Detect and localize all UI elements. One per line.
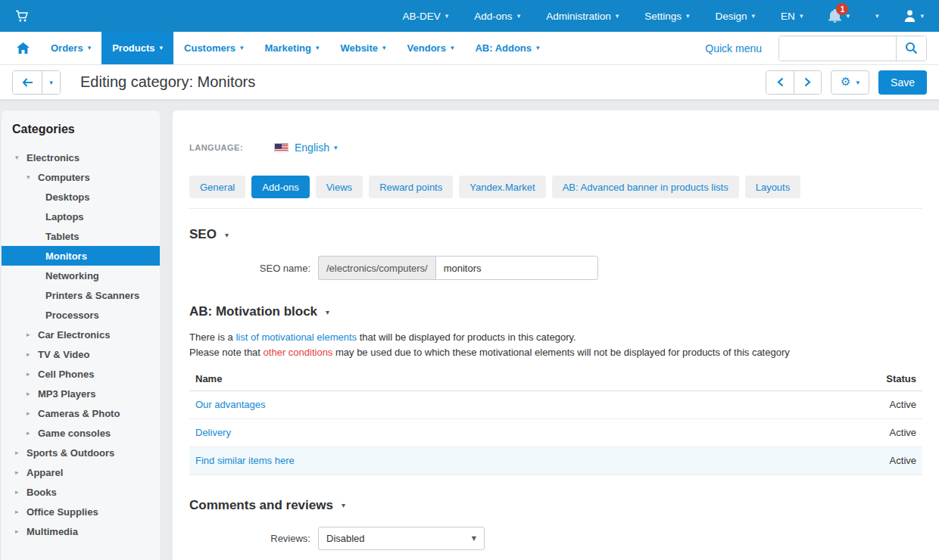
nav-item-marketing[interactable]: Marketing▾ bbox=[254, 32, 330, 64]
category-label: Office Supplies bbox=[27, 506, 98, 518]
sidebar-item-mp3-players[interactable]: ▸MP3 Players bbox=[2, 384, 160, 403]
caret-down-icon: ▾ bbox=[88, 45, 92, 51]
topbar-menu-design[interactable]: Design▾ bbox=[716, 11, 756, 22]
user-menu[interactable]: ▾ bbox=[904, 10, 924, 22]
search-button[interactable] bbox=[896, 36, 926, 61]
seo-section-title: SEO bbox=[189, 227, 217, 242]
next-category-button[interactable] bbox=[794, 71, 821, 94]
nav-item-customers[interactable]: Customers▾ bbox=[173, 32, 254, 64]
nav-item-label: Orders bbox=[51, 42, 83, 54]
comments-section-title: Comments and reviews bbox=[189, 498, 333, 513]
motivation-element-link[interactable]: Our advantages bbox=[195, 399, 266, 410]
seo-prefix: /electronics/computers/ bbox=[318, 256, 435, 280]
nav-item-label: Customers bbox=[184, 42, 236, 54]
sidebar-item-cell-phones[interactable]: ▸Cell Phones bbox=[2, 364, 160, 384]
other-conditions-link[interactable]: other conditions bbox=[264, 347, 333, 358]
category-label: Tablets bbox=[45, 231, 80, 242]
global-search-input[interactable] bbox=[779, 36, 896, 61]
store-selector[interactable]: AB-DEV ▾ bbox=[403, 11, 449, 22]
sidebar-item-books[interactable]: ▸Books bbox=[2, 482, 160, 502]
tab-ab-advanced-banner-in-products-lists[interactable]: AB: Advanced banner in products lists bbox=[552, 176, 739, 198]
home-button[interactable] bbox=[6, 32, 40, 64]
sidebar-item-tv-video[interactable]: ▸TV & Video bbox=[2, 344, 160, 364]
page-toolbar: ▾ Editing category: Monitors ⚙ bbox=[0, 65, 939, 100]
motivation-section-title: AB: Motivation block bbox=[189, 304, 317, 319]
menu-label: Design bbox=[716, 11, 747, 22]
nav-item-products[interactable]: Products▾ bbox=[101, 32, 173, 64]
note-text: may be used due to which these motivatio… bbox=[332, 347, 789, 358]
sidebar-item-tablets[interactable]: Tablets bbox=[2, 226, 160, 246]
user-icon bbox=[904, 10, 916, 22]
nav-item-website[interactable]: Website▾ bbox=[329, 32, 396, 64]
motivational-elements-link[interactable]: list of motivational elements bbox=[236, 331, 357, 343]
tab-layouts[interactable]: Layouts bbox=[745, 176, 801, 198]
sidebar-item-cameras-photo[interactable]: ▸Cameras & Photo bbox=[2, 403, 160, 423]
topbar-menu-add-ons[interactable]: Add-ons▾ bbox=[474, 11, 520, 22]
caret-right-icon: ▸ bbox=[27, 350, 38, 358]
back-dropdown-button[interactable]: ▾ bbox=[42, 71, 60, 94]
topbar-menu-settings[interactable]: Settings▾ bbox=[644, 11, 689, 22]
sidebar-item-office-supplies[interactable]: ▸Office Supplies bbox=[2, 502, 160, 521]
language-selector[interactable]: English ▾ bbox=[295, 142, 337, 154]
category-label: MP3 Players bbox=[38, 388, 96, 400]
caret-right-icon: ▸ bbox=[27, 390, 38, 397]
topbar-menu-administration[interactable]: Administration▾ bbox=[546, 11, 619, 22]
seo-name-input[interactable] bbox=[435, 256, 598, 280]
main-content: LANGUAGE: English ▾ GeneralAdd-onsViewsR… bbox=[173, 110, 939, 560]
sidebar-item-apparel[interactable]: ▸Apparel bbox=[2, 462, 160, 482]
caret-down-icon: ▾ bbox=[240, 45, 244, 51]
chevron-right-icon bbox=[804, 77, 811, 87]
sidebar-item-sports-outdoors[interactable]: ▸Sports & Outdoors bbox=[2, 443, 160, 462]
nav-item-vendors[interactable]: Vendors▾ bbox=[397, 32, 465, 64]
caret-down-icon: ▾ bbox=[856, 79, 860, 86]
sidebar-item-printers-scanners[interactable]: Printers & Scanners bbox=[2, 285, 160, 305]
page-body: Categories ▾Electronics▾ComputersDesktop… bbox=[0, 100, 939, 560]
tab-yandex-market[interactable]: Yandex.Market bbox=[459, 176, 545, 198]
seo-section-header[interactable]: SEO ▾ bbox=[189, 227, 922, 242]
category-label: Apparel bbox=[27, 467, 63, 478]
reviews-label: Reviews: bbox=[189, 533, 318, 544]
sidebar-item-networking[interactable]: Networking bbox=[2, 266, 160, 285]
quick-menu-link[interactable]: Quick menu bbox=[705, 42, 762, 54]
toolbar-right: ⚙ ▾ Save bbox=[766, 70, 927, 95]
sidebar-item-monitors[interactable]: Monitors bbox=[2, 246, 160, 266]
motivation-element-link[interactable]: Find similar items here bbox=[195, 455, 295, 466]
category-label: Game consoles bbox=[38, 428, 111, 439]
motivation-element-link[interactable]: Delivery bbox=[195, 427, 231, 438]
sidebar-item-car-electronics[interactable]: ▸Car Electronics bbox=[2, 325, 160, 344]
tab-general[interactable]: General bbox=[189, 176, 245, 198]
topbar-menu-en[interactable]: EN▾ bbox=[781, 11, 803, 22]
us-flag-icon bbox=[274, 143, 289, 152]
sidebar-item-desktops[interactable]: Desktops bbox=[2, 187, 160, 207]
sidebar-item-multimedia[interactable]: ▸Multimedia bbox=[2, 521, 160, 541]
name-cell: Delivery bbox=[189, 418, 721, 446]
sidebar-item-game-consoles[interactable]: ▸Game consoles bbox=[2, 423, 160, 443]
motivation-section-header[interactable]: AB: Motivation block ▾ bbox=[189, 304, 922, 319]
table-row: DeliveryActive bbox=[189, 418, 922, 446]
tab-views[interactable]: Views bbox=[316, 176, 363, 198]
sidebar-item-electronics[interactable]: ▾Electronics bbox=[2, 148, 160, 167]
cart-icon[interactable] bbox=[15, 10, 30, 23]
tab-add-ons[interactable]: Add-ons bbox=[251, 176, 309, 198]
search-icon bbox=[905, 42, 918, 54]
topbar-right: AB-DEV ▾ Add-ons▾Administration▾Settings… bbox=[403, 9, 924, 23]
tab-reward-points[interactable]: Reward points bbox=[369, 176, 453, 198]
reviews-select[interactable]: Disabled ▼ bbox=[318, 527, 485, 550]
caret-down-icon: ▾ bbox=[445, 13, 449, 20]
nav-item-orders[interactable]: Orders▾ bbox=[40, 32, 101, 64]
category-label: Networking bbox=[45, 270, 99, 282]
prev-category-button[interactable] bbox=[766, 71, 794, 94]
settings-dropdown-button[interactable]: ⚙ ▾ bbox=[831, 70, 869, 95]
sidebar-item-processors[interactable]: Processors bbox=[2, 305, 160, 325]
comments-section-header[interactable]: Comments and reviews ▾ bbox=[189, 498, 922, 513]
nav-item-ab-addons[interactable]: AB: Addons▾ bbox=[464, 32, 550, 64]
gear-icon: ⚙ bbox=[841, 76, 850, 88]
sidebar-item-laptops[interactable]: Laptops bbox=[2, 207, 160, 226]
back-button[interactable] bbox=[13, 71, 42, 94]
sidebar-item-computers[interactable]: ▾Computers bbox=[2, 167, 160, 187]
topbar-extra-dropdown[interactable]: ▾ bbox=[875, 13, 879, 20]
save-button[interactable]: Save bbox=[878, 70, 927, 95]
caret-right-icon: ▸ bbox=[15, 468, 27, 476]
notifications-button[interactable]: 1 ▾ bbox=[828, 9, 850, 23]
category-label: Electronics bbox=[27, 152, 80, 163]
